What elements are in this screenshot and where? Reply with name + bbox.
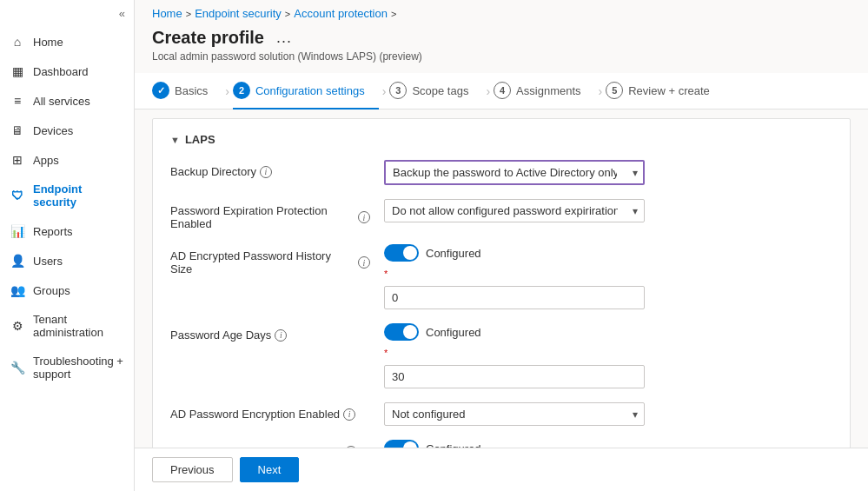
- password-expiration-wrapper: Do not allow configured password expirir…: [384, 199, 645, 222]
- backup-directory-select[interactable]: Backup the password to Active Directory …: [384, 160, 645, 185]
- sidebar-item-label: Troubleshooting + support: [33, 355, 123, 381]
- ad-password-encryption-enabled-row: AD Password Encryption Enabled i Not con…: [170, 402, 832, 426]
- wizard-sep-1: ›: [222, 84, 233, 98]
- laps-section-header[interactable]: ▼ LAPS: [170, 133, 832, 146]
- password-age-days-toggle[interactable]: [384, 323, 419, 341]
- ad-encrypted-history-toggle-row: Configured: [384, 244, 645, 262]
- wizard-sep-4: ›: [595, 84, 606, 98]
- ad-encrypted-history-info-icon[interactable]: i: [358, 256, 370, 269]
- sidebar-item-endpoint-security[interactable]: 🛡 Endpoint security: [0, 175, 134, 216]
- sidebar-item-dashboard[interactable]: ▦ Dashboard: [0, 56, 134, 86]
- password-age-days-info-icon[interactable]: i: [275, 329, 287, 342]
- ad-password-encryption-enabled-select[interactable]: Not configured Enabled Disabled: [384, 402, 645, 426]
- sidebar-item-label: Devices: [33, 124, 73, 137]
- collapse-icon: «: [119, 7, 125, 20]
- tab-assignments[interactable]: 4 Assignments: [494, 73, 594, 109]
- tab-assignments-circle: 4: [494, 82, 511, 99]
- backup-directory-info-icon[interactable]: i: [260, 166, 272, 178]
- ad-password-encryption-enabled-info-icon[interactable]: i: [343, 408, 355, 421]
- ad-password-encryption-principal-toggle[interactable]: [384, 440, 419, 448]
- password-age-days-control: Configured *: [384, 323, 645, 388]
- footer: Previous Next: [135, 448, 868, 491]
- password-age-days-row: Password Age Days i Configured *: [170, 323, 832, 388]
- sidebar-item-all-services[interactable]: ≡ All services: [0, 86, 134, 116]
- sidebar-item-label: Home: [33, 36, 63, 49]
- breadcrumb-sep-3: >: [391, 9, 396, 19]
- tab-scope-label: Scope tags: [412, 84, 468, 97]
- password-expiration-label: Password Expiration Protection Enabled i: [170, 199, 370, 230]
- sidebar-item-label: Users: [33, 255, 63, 268]
- tab-configuration[interactable]: 2 Configuration settings: [233, 73, 379, 109]
- password-age-days-input[interactable]: [384, 365, 645, 388]
- password-expiration-select[interactable]: Do not allow configured password expirir…: [384, 199, 645, 222]
- dashboard-icon: ▦: [10, 64, 24, 78]
- ad-password-encryption-principal-row: AD Password Encryption Principal i Confi…: [170, 440, 832, 448]
- sidebar-item-label: All services: [33, 95, 90, 108]
- main-content: Home > Endpoint security > Account prote…: [135, 0, 868, 491]
- sidebar-item-devices[interactable]: 🖥 Devices: [0, 116, 134, 145]
- sidebar-item-label: Reports: [33, 225, 73, 238]
- ad-encrypted-history-control: Configured *: [384, 244, 645, 309]
- sidebar-item-label: Dashboard: [33, 65, 89, 78]
- tab-configuration-label: Configuration settings: [255, 84, 365, 97]
- tab-basics-circle: ✓: [152, 82, 169, 99]
- config-content: ▼ LAPS Backup Directory i Backup the pas…: [135, 109, 868, 448]
- ellipsis-button[interactable]: ...: [273, 27, 295, 49]
- tab-scope-tags[interactable]: 3 Scope tags: [389, 73, 482, 109]
- breadcrumb-account-protection[interactable]: Account protection: [294, 7, 388, 20]
- sidebar-item-troubleshooting[interactable]: 🔧 Troubleshooting + support: [0, 347, 134, 388]
- wizard-tabs: ✓ Basics › 2 Configuration settings › 3 …: [135, 73, 868, 109]
- home-icon: ⌂: [10, 35, 24, 49]
- sidebar-item-label: Groups: [33, 284, 70, 297]
- sidebar-item-apps[interactable]: ⊞ Apps: [0, 145, 134, 175]
- laps-section: ▼ LAPS Backup Directory i Backup the pas…: [152, 118, 851, 448]
- tab-review-circle: 5: [606, 82, 623, 99]
- breadcrumb: Home > Endpoint security > Account prote…: [135, 0, 868, 23]
- password-age-days-label: Password Age Days i: [170, 323, 370, 342]
- tab-review-label: Review + create: [628, 84, 710, 97]
- ad-encrypted-history-toggle[interactable]: [384, 244, 419, 262]
- backup-directory-label: Backup Directory i: [170, 160, 370, 178]
- ad-password-encryption-principal-toggle-row: Configured: [384, 440, 645, 448]
- sidebar-item-tenant-admin[interactable]: ⚙ Tenant administration: [0, 305, 134, 347]
- sidebar-item-groups[interactable]: 👥 Groups: [0, 275, 134, 305]
- apps-icon: ⊞: [10, 153, 24, 167]
- sidebar-item-reports[interactable]: 📊 Reports: [0, 216, 134, 246]
- previous-button[interactable]: Previous: [152, 457, 233, 482]
- sidebar-item-label: Apps: [33, 154, 59, 167]
- password-expiration-info-icon[interactable]: i: [358, 211, 370, 223]
- ad-password-encryption-enabled-wrapper: Not configured Enabled Disabled ▾: [384, 402, 645, 426]
- tab-assignments-label: Assignments: [516, 84, 580, 97]
- ad-encrypted-history-label: AD Encrypted Password History Size i: [170, 244, 370, 275]
- ad-password-encryption-principal-label: AD Password Encryption Principal i: [170, 440, 370, 448]
- tab-scope-circle: 3: [389, 82, 407, 99]
- backup-directory-control: Backup the password to Active Directory …: [384, 160, 645, 185]
- backup-directory-row: Backup Directory i Backup the password t…: [170, 160, 832, 185]
- wizard-sep-2: ›: [379, 84, 390, 98]
- ad-encrypted-history-row: AD Encrypted Password History Size i Con…: [170, 244, 832, 309]
- tab-basics-label: Basics: [175, 84, 208, 97]
- password-expiration-control: Do not allow configured password expirir…: [384, 199, 645, 222]
- ad-encrypted-history-toggle-label: Configured: [426, 247, 481, 260]
- sidebar-item-home[interactable]: ⌂ Home: [0, 27, 134, 56]
- tab-configuration-circle: 2: [233, 82, 250, 99]
- sidebar: « ⌂ Home ▦ Dashboard ≡ All services 🖥 De…: [0, 0, 135, 491]
- next-button[interactable]: Next: [240, 457, 300, 482]
- chevron-down-icon: ▼: [170, 135, 180, 145]
- ad-encrypted-history-input[interactable]: [384, 286, 645, 309]
- breadcrumb-home[interactable]: Home: [152, 7, 182, 20]
- sidebar-item-users[interactable]: 👤 Users: [0, 246, 134, 275]
- groups-icon: 👥: [10, 283, 24, 297]
- password-age-days-required: *: [384, 348, 645, 358]
- breadcrumb-endpoint-security[interactable]: Endpoint security: [195, 7, 282, 20]
- tab-basics[interactable]: ✓ Basics: [152, 73, 222, 109]
- ad-encrypted-history-required: *: [384, 269, 645, 279]
- users-icon: 👤: [10, 254, 24, 268]
- endpoint-security-icon: 🛡: [10, 189, 24, 202]
- sidebar-collapse-button[interactable]: «: [0, 0, 134, 27]
- breadcrumb-sep-2: >: [285, 9, 290, 19]
- password-age-days-toggle-row: Configured: [384, 323, 645, 341]
- troubleshooting-icon: 🔧: [10, 361, 24, 375]
- backup-directory-wrapper: Backup the password to Active Directory …: [384, 160, 645, 185]
- tab-review[interactable]: 5 Review + create: [606, 73, 724, 109]
